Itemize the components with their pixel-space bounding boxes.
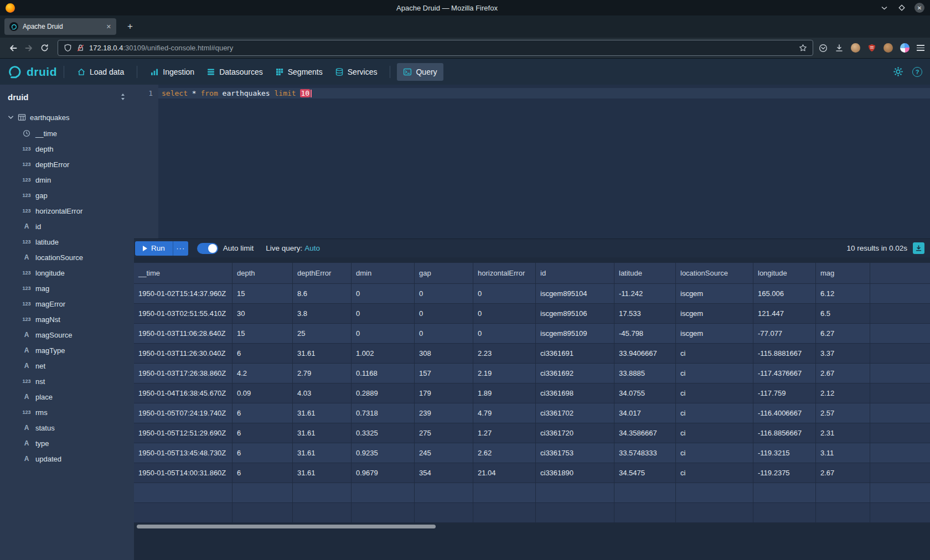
datasource-row-earthquakes[interactable]: earthquakes <box>0 109 134 126</box>
result-cell[interactable]: 2.19 <box>473 364 536 383</box>
result-cell[interactable]: 34.5475 <box>614 463 676 483</box>
bookmark-star-icon[interactable] <box>799 44 807 52</box>
result-cell[interactable]: 31.61 <box>293 463 352 483</box>
result-cell[interactable]: 1.002 <box>352 344 415 364</box>
result-cell[interactable]: 179 <box>415 383 473 403</box>
result-cell[interactable]: 1950-01-03T02:51:55.410Z <box>134 304 232 324</box>
new-tab-button[interactable]: + <box>123 19 137 34</box>
schema-column-latitude[interactable]: 123latitude <box>0 234 134 250</box>
result-cell[interactable]: 1950-01-03T11:06:28.640Z <box>134 324 232 344</box>
menu-icon[interactable] <box>917 45 924 51</box>
schema-column-id[interactable]: Aid <box>0 219 134 234</box>
column-header-locationSource[interactable]: locationSource <box>676 263 753 284</box>
reload-button[interactable] <box>37 40 52 56</box>
column-header-latitude[interactable]: latitude <box>614 263 676 284</box>
result-cell[interactable]: 2.67 <box>816 364 870 383</box>
column-header-longitude[interactable]: longitude <box>753 263 816 284</box>
result-cell[interactable]: 4.03 <box>293 383 352 403</box>
result-cell[interactable]: 1950-01-03T11:26:30.040Z <box>134 344 232 364</box>
result-cell[interactable]: 354 <box>415 463 473 483</box>
result-cell[interactable]: ci <box>676 443 753 463</box>
result-cell[interactable]: 0 <box>415 304 473 324</box>
window-close-button[interactable]: ✕ <box>914 3 924 13</box>
result-cell[interactable]: 31.61 <box>293 344 352 364</box>
result-cell[interactable]: 0.3325 <box>352 423 415 443</box>
result-cell[interactable]: ci <box>676 383 753 403</box>
result-cell[interactable]: 1950-01-05T12:51:29.690Z <box>134 423 232 443</box>
result-cell[interactable]: 0 <box>473 324 536 344</box>
column-header-depthError[interactable]: depthError <box>293 263 352 284</box>
result-cell[interactable]: 17.533 <box>614 304 676 324</box>
sort-columns-icon[interactable] <box>120 93 126 101</box>
downloads-icon[interactable] <box>835 44 844 53</box>
help-icon[interactable]: ? <box>912 67 922 77</box>
nav-item-query[interactable]: Query <box>397 63 443 81</box>
schema-column-rms[interactable]: 123rms <box>0 405 134 420</box>
schema-column-type[interactable]: Atype <box>0 435 134 451</box>
column-header-gap[interactable]: gap <box>415 263 473 284</box>
schema-column-updated[interactable]: Aupdated <box>0 451 134 466</box>
result-cell[interactable]: ci3361890 <box>536 463 614 483</box>
schema-column-depth[interactable]: 123depth <box>0 141 134 157</box>
result-cell[interactable]: 30 <box>232 304 293 324</box>
schema-column-dmin[interactable]: 123dmin <box>0 172 134 188</box>
extension-icon[interactable] <box>884 43 893 53</box>
schema-column-__time[interactable]: __time <box>0 126 134 141</box>
result-cell[interactable]: 33.8885 <box>614 364 676 383</box>
result-cell[interactable]: -11.242 <box>614 284 676 304</box>
result-cell[interactable]: 1950-01-05T14:00:31.860Z <box>134 463 232 483</box>
tab-close-icon[interactable]: ✕ <box>106 23 111 30</box>
result-cell[interactable]: 0.09 <box>232 383 293 403</box>
ublock-icon[interactable] <box>867 44 876 53</box>
result-cell[interactable]: -119.3215 <box>753 443 816 463</box>
result-cell[interactable]: iscgem <box>676 304 753 324</box>
schema-column-net[interactable]: Anet <box>0 358 134 374</box>
result-cell[interactable]: -115.8881667 <box>753 344 816 364</box>
schema-column-status[interactable]: Astatus <box>0 420 134 435</box>
browser-tab[interactable]: Apache Druid ✕ <box>4 18 116 35</box>
result-cell[interactable]: ci3361692 <box>536 364 614 383</box>
result-cell[interactable]: 31.61 <box>293 443 352 463</box>
result-cell[interactable]: iscgem895109 <box>536 324 614 344</box>
result-cell[interactable]: 34.3586667 <box>614 423 676 443</box>
nav-item-load-data[interactable]: Load data <box>71 63 130 81</box>
run-button[interactable]: Run <box>135 241 173 256</box>
druid-logo[interactable]: druid <box>8 65 57 79</box>
query-editor[interactable]: 1 select * from earthquakes limit 10 <box>134 85 930 238</box>
result-cell[interactable]: 31.61 <box>293 403 352 423</box>
result-cell[interactable]: 6.5 <box>816 304 870 324</box>
result-cell[interactable]: 1950-01-05T13:45:48.730Z <box>134 443 232 463</box>
result-cell[interactable]: 1950-01-02T15:14:37.960Z <box>134 284 232 304</box>
result-cell[interactable]: 3.37 <box>816 344 870 364</box>
result-cell[interactable]: 2.79 <box>293 364 352 383</box>
result-cell[interactable]: 0 <box>473 304 536 324</box>
column-header-id[interactable]: id <box>536 263 614 284</box>
result-cell[interactable]: 6 <box>232 463 293 483</box>
result-cell[interactable]: 0 <box>352 324 415 344</box>
column-header-dmin[interactable]: dmin <box>352 263 415 284</box>
result-cell[interactable]: ci3361720 <box>536 423 614 443</box>
result-cell[interactable]: 0.2889 <box>352 383 415 403</box>
result-cell[interactable]: 1.89 <box>473 383 536 403</box>
schema-column-locationSource[interactable]: AlocationSource <box>0 250 134 265</box>
result-cell[interactable]: ci <box>676 463 753 483</box>
result-cell[interactable]: 1950-01-03T17:26:38.860Z <box>134 364 232 383</box>
query-text[interactable]: select * from earthquakes limit 10 <box>158 85 930 238</box>
column-header-__time[interactable]: __time <box>134 263 232 284</box>
result-cell[interactable]: 21.04 <box>473 463 536 483</box>
result-cell[interactable]: 245 <box>415 443 473 463</box>
result-cell[interactable]: ci3361702 <box>536 403 614 423</box>
extension-pinwheel-icon[interactable] <box>900 43 910 53</box>
result-cell[interactable]: 121.447 <box>753 304 816 324</box>
result-cell[interactable]: 4.79 <box>473 403 536 423</box>
result-cell[interactable]: 6.12 <box>816 284 870 304</box>
result-cell[interactable]: iscgem <box>676 284 753 304</box>
result-cell[interactable]: -117.4376667 <box>753 364 816 383</box>
result-cell[interactable]: ci <box>676 423 753 443</box>
result-cell[interactable]: ci3361698 <box>536 383 614 403</box>
result-cell[interactable]: ci <box>676 403 753 423</box>
result-cell[interactable]: iscgem895106 <box>536 304 614 324</box>
result-cell[interactable]: 25 <box>293 324 352 344</box>
tracking-shield-icon[interactable] <box>64 44 72 52</box>
result-cell[interactable]: 15 <box>232 324 293 344</box>
